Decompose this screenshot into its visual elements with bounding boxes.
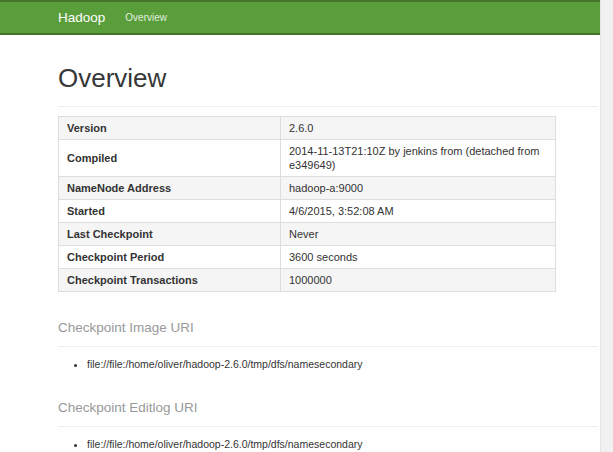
row-value: 3600 seconds <box>281 245 556 268</box>
row-value: Never <box>281 222 556 245</box>
checkpoint-image-uri-list: file://file:/home/oliver/hadoop-2.6.0/tm… <box>58 357 598 372</box>
row-label: Compiled <box>59 139 281 176</box>
main-content: Overview Version 2.6.0 Compiled 2014-11-… <box>58 64 598 452</box>
section-title-checkpoint-editlog-uri: Checkpoint Editlog URI <box>58 400 598 427</box>
table-row: Started 4/6/2015, 3:52:08 AM <box>59 199 556 222</box>
row-value: hadoop-a:9000 <box>281 176 556 199</box>
section-title-checkpoint-image-uri: Checkpoint Image URI <box>58 320 598 347</box>
vertical-scrollbar-track[interactable] <box>600 0 613 452</box>
table-row: Compiled 2014-11-13T21:10Z by jenkins fr… <box>59 139 556 176</box>
table-row: Last Checkpoint Never <box>59 222 556 245</box>
checkpoint-editlog-uri-list: file://file:/home/oliver/hadoop-2.6.0/tm… <box>58 437 598 452</box>
status-page: Hadoop Overview Overview Version 2.6.0 C… <box>0 0 600 452</box>
row-label: Last Checkpoint <box>59 222 281 245</box>
top-navbar: Hadoop Overview <box>0 0 600 35</box>
row-value: 2.6.0 <box>281 116 556 139</box>
row-label: Started <box>59 199 281 222</box>
row-label: Version <box>59 116 281 139</box>
list-item-uri: file://file:/home/oliver/hadoop-2.6.0/tm… <box>87 357 598 372</box>
list-item-uri: file://file:/home/oliver/hadoop-2.6.0/tm… <box>87 437 598 452</box>
row-label: NameNode Address <box>59 176 281 199</box>
overview-table: Version 2.6.0 Compiled 2014-11-13T21:10Z… <box>58 116 556 292</box>
navbar-item-overview[interactable]: Overview <box>125 12 167 23</box>
table-row: NameNode Address hadoop-a:9000 <box>59 176 556 199</box>
row-label: Checkpoint Transactions <box>59 268 281 291</box>
navbar-brand-hadoop[interactable]: Hadoop <box>58 10 105 25</box>
row-label: Checkpoint Period <box>59 245 281 268</box>
row-value: 4/6/2015, 3:52:08 AM <box>281 199 556 222</box>
table-row: Checkpoint Period 3600 seconds <box>59 245 556 268</box>
row-value: 1000000 <box>281 268 556 291</box>
table-row: Version 2.6.0 <box>59 116 556 139</box>
table-row: Checkpoint Transactions 1000000 <box>59 268 556 291</box>
row-value: 2014-11-13T21:10Z by jenkins from (detac… <box>281 139 556 176</box>
page-title: Overview <box>58 64 598 107</box>
browser-viewport: Hadoop Overview Overview Version 2.6.0 C… <box>0 0 613 452</box>
